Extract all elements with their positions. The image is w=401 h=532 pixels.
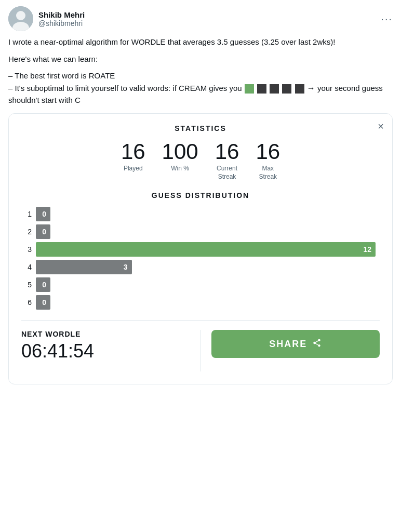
bar-label-5: 5 — [25, 281, 32, 289]
dark-square-icon-4 — [295, 84, 304, 94]
bar-label-4: 4 — [25, 263, 32, 271]
dark-square-icon-2 — [270, 84, 279, 94]
bar-track-1: 0 — [36, 207, 376, 221]
bar-track-5: 0 — [36, 277, 376, 292]
bar-row-5: 5 0 — [25, 277, 376, 292]
bar-row-4: 4 3 — [25, 260, 376, 274]
stat-max-streak-label: MaxStreak — [259, 165, 277, 181]
stat-played: 16 Played — [121, 141, 145, 181]
share-section: SHARE — [211, 330, 380, 358]
bar-count-6: 0 — [42, 298, 46, 307]
bar-fill-3: 12 — [36, 242, 376, 257]
dark-square-icon-1 — [257, 84, 266, 94]
stat-max-streak-value: 16 — [256, 141, 280, 163]
share-icon — [312, 338, 322, 350]
more-options-button[interactable]: ··· — [381, 13, 393, 25]
bar-track-4: 3 — [36, 260, 376, 274]
dark-square-icon-3 — [282, 84, 291, 94]
bar-label-2: 2 — [25, 228, 32, 236]
bar-fill-6: 0 — [36, 295, 50, 310]
bar-row-1: 1 0 — [25, 207, 376, 221]
stat-win-pct-label: Win % — [171, 165, 189, 173]
bar-fill-1: 0 — [36, 207, 50, 221]
next-wordle: NEXT WORDLE 06:41:54 — [21, 330, 190, 362]
share-label: SHARE — [269, 339, 307, 350]
tweet-paragraph-3: – The best first word is ROATE – It's su… — [8, 70, 393, 106]
bar-track-3: 12 — [36, 242, 376, 257]
stat-win-pct: 100 Win % — [162, 141, 198, 181]
next-wordle-label: NEXT WORDLE — [21, 330, 190, 338]
author-info: Shikib Mehri @shikibmehri — [38, 10, 85, 28]
section-divider — [200, 330, 201, 371]
tweet-paragraph-1: I wrote a near-optimal algorithm for WOR… — [8, 36, 393, 48]
tweet-paragraph-2: Here's what we can learn: — [8, 54, 393, 65]
bar-fill-4: 3 — [36, 260, 132, 274]
stat-current-streak-label: CurrentStreak — [217, 165, 237, 181]
distribution-title: GUESS DISTRIBUTION — [21, 191, 380, 200]
bar-track-2: 0 — [36, 224, 376, 239]
guess-distribution: 1 0 2 0 3 — [21, 207, 380, 310]
author-handle: @shikibmehri — [38, 19, 85, 28]
bar-row-6: 6 0 — [25, 295, 376, 310]
stat-max-streak: 16 MaxStreak — [256, 141, 280, 181]
stat-played-label: Played — [124, 165, 143, 173]
bar-count-1: 0 — [42, 210, 46, 218]
bar-fill-2: 0 — [36, 224, 50, 239]
bar-row-2: 2 0 — [25, 224, 376, 239]
stat-played-value: 16 — [121, 141, 145, 163]
tweet-author: Shikib Mehri @shikibmehri — [8, 6, 85, 31]
bar-count-2: 0 — [42, 228, 46, 236]
bar-fill-5: 0 — [36, 277, 50, 292]
statistics-title: STATISTICS — [21, 124, 380, 132]
avatar — [8, 6, 33, 31]
tweet-container: Shikib Mehri @shikibmehri ··· I wrote a … — [0, 0, 401, 391]
next-wordle-timer: 06:41:54 — [21, 340, 190, 362]
arrow-icon: → — [307, 84, 315, 92]
bottom-section: NEXT WORDLE 06:41:54 SHARE — [21, 320, 380, 371]
tweet-header: Shikib Mehri @shikibmehri ··· — [8, 6, 393, 31]
bar-label-3: 3 — [25, 245, 32, 254]
stat-current-streak: 16 CurrentStreak — [215, 141, 239, 181]
green-square-icon — [245, 84, 254, 94]
author-name: Shikib Mehri — [38, 10, 85, 19]
bar-count-3: 12 — [363, 245, 371, 254]
stats-card: × STATISTICS 16 Played 100 Win % 16 Curr… — [8, 113, 393, 384]
bar-label-6: 6 — [25, 298, 32, 307]
bar-label-1: 1 — [25, 210, 32, 218]
bar-track-6: 0 — [36, 295, 376, 310]
stat-current-streak-value: 16 — [215, 141, 239, 163]
bar-row-3: 3 12 — [25, 242, 376, 257]
bar-count-5: 0 — [42, 281, 46, 289]
stats-numbers: 16 Played 100 Win % 16 CurrentStreak 16 … — [21, 141, 380, 181]
bar-count-4: 3 — [124, 263, 128, 271]
share-button[interactable]: SHARE — [211, 330, 380, 358]
svg-point-1 — [16, 11, 25, 20]
stat-win-pct-value: 100 — [162, 141, 198, 163]
tweet-text: I wrote a near-optimal algorithm for WOR… — [8, 36, 393, 106]
close-button[interactable]: × — [378, 121, 384, 131]
